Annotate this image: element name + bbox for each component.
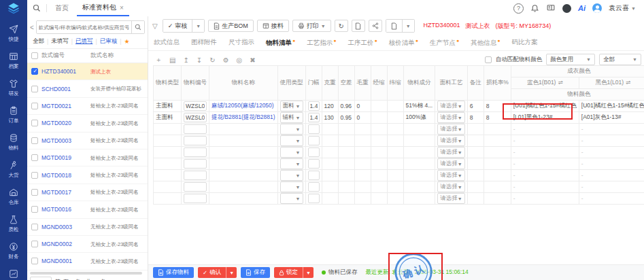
sidebar-item-qc[interactable]: 质检 — [8, 215, 19, 233]
tab-standard-package[interactable]: 标准资料包 × — [77, 0, 129, 16]
confirm-dropdown-icon[interactable]: ▼ — [226, 267, 237, 278]
refresh-icon[interactable]: ↻ — [335, 20, 348, 32]
usage-type-select[interactable]: ▼ — [280, 147, 303, 158]
fabric-craft-select[interactable]: 请选择▼ — [437, 135, 464, 146]
style-row[interactable]: MGTD0020 短袖女上衣-23级同名 — [27, 115, 148, 132]
document-dropdown-icon[interactable]: ▼ — [402, 20, 414, 32]
fabric-craft-select[interactable]: 请选择▼ — [437, 147, 464, 158]
sidebar-item-orders[interactable]: 订单 — [8, 106, 19, 124]
usage-type-select[interactable]: ▼ — [280, 135, 303, 146]
material-code-input[interactable] — [184, 171, 207, 180]
save-button[interactable]: 保存 — [241, 267, 270, 278]
theme-icon[interactable] — [562, 4, 571, 13]
download-icon[interactable]: ↧ — [197, 56, 202, 64]
usage-type-select[interactable]: 辅料▼ — [280, 112, 303, 123]
fabric-craft-select[interactable]: 请选择▼ — [437, 193, 464, 204]
sidebar-item-rnd[interactable]: 研发 — [8, 79, 19, 97]
sidebar-item-quick[interactable]: 快捷 — [8, 24, 19, 43]
tab-material-list[interactable]: 物料清单● — [266, 38, 295, 48]
style-row[interactable]: MGTD0021 短袖女上衣-23级同名 — [27, 98, 148, 115]
width-input[interactable] — [308, 147, 320, 157]
page-size-select[interactable]: 20 ▼ — [30, 277, 52, 280]
usage-type-select[interactable]: ▼ — [280, 181, 303, 192]
style-search-input[interactable] — [37, 21, 131, 33]
global-search-icon[interactable] — [33, 4, 41, 12]
usage-type-select[interactable]: ▼ — [280, 124, 303, 135]
favorite-star-icon[interactable]: ★ — [124, 38, 129, 45]
bom-empty-row[interactable]: ▼ 请选择▼ -- -- — [154, 170, 644, 181]
sidebar-item-bulk[interactable]: 大货 — [8, 160, 19, 179]
material-color-cell[interactable]: [A01]灰色1-13# — [579, 112, 644, 124]
width-input[interactable] — [308, 136, 320, 145]
material-color-cell[interactable]: [U01]橘红色1-15#橘红色 — [579, 101, 644, 112]
bom-empty-row[interactable]: ▼ 请选择▼ -- -- — [154, 135, 644, 147]
tab-home[interactable]: 首页 — [55, 3, 69, 13]
sidebar-item-finance[interactable]: 财务 — [8, 242, 19, 260]
style-row[interactable]: SCHD0001 女装开襟中袖印花罩衫 — [27, 80, 148, 97]
sidebar-item-materials[interactable]: 物料 — [8, 133, 19, 152]
sidebar-item-reports[interactable]: 报表 — [8, 269, 19, 280]
row-checkbox[interactable] — [31, 137, 38, 144]
usage-type-select[interactable]: ▼ — [280, 170, 303, 181]
audit-dropdown-icon[interactable]: ▼ — [192, 20, 204, 32]
receive-material-button[interactable]: 接料 — [257, 20, 289, 32]
fabric-craft-select[interactable]: 请选择▼ — [437, 158, 464, 169]
material-code-input[interactable] — [184, 147, 207, 157]
material-code-input[interactable] — [184, 113, 207, 122]
style-row[interactable]: MGND0003 无袖女上衣-23级同名 — [27, 219, 148, 236]
filter-filled[interactable]: 已填写 — [75, 37, 93, 46]
style-row[interactable]: MGTD0017 短袖女上衣-23级同名 — [27, 184, 148, 201]
production-bom-button[interactable]: 生产BOM — [208, 20, 254, 32]
add-row-icon[interactable]: ＋ — [155, 55, 162, 65]
row-checkbox[interactable] — [31, 120, 38, 126]
material-name-link[interactable]: 提花/B2881(提花/B2881) — [211, 113, 275, 120]
search-icon[interactable] — [131, 21, 144, 33]
row-checkbox[interactable] — [31, 172, 38, 179]
row-checkbox[interactable] — [31, 206, 38, 213]
width-input[interactable] — [308, 101, 320, 111]
select-all-checkbox[interactable] — [31, 52, 38, 59]
material-code-input[interactable] — [184, 101, 207, 111]
usage-type-select[interactable]: ▼ — [280, 158, 303, 169]
swap-color-icon[interactable]: ⇌ — [626, 79, 630, 86]
tab-style-info[interactable]: 款式信息 — [154, 38, 180, 47]
bom-empty-row[interactable]: ▼ 请选择▼ -- -- — [154, 147, 644, 158]
usage-type-select[interactable]: ▼ — [280, 193, 303, 204]
style-row[interactable]: MGTD0019 短袖女上衣-23级同名 — [27, 150, 148, 167]
copy-row-icon[interactable]: ▤ — [169, 56, 175, 64]
fabric-craft-select[interactable]: 请选择▼ — [437, 112, 464, 123]
bom-empty-row[interactable]: ▼ 请选择▼ -- -- — [154, 158, 644, 170]
filter-funnel-icon[interactable]: ▽ — [152, 22, 158, 30]
auto-match-checkbox[interactable] — [485, 56, 492, 63]
row-checkbox[interactable] — [31, 68, 38, 75]
row-checkbox[interactable] — [31, 86, 38, 92]
style-row[interactable]: MGTD0018 短袖女上衣-23级同名 — [27, 167, 148, 183]
material-code-input[interactable] — [184, 182, 207, 192]
bom-empty-row[interactable]: ▼ 请选择▼ -- -- — [154, 193, 644, 205]
locate-icon[interactable]: ◎ — [237, 56, 243, 64]
tab-craft-spec[interactable]: 工艺指示● — [307, 38, 336, 48]
width-input[interactable] — [308, 113, 320, 122]
bom-row[interactable]: 主面料 麻绒/12050(麻绒/12050) 面料▼ 120 0.96 0 51… — [154, 101, 644, 112]
usage-type-select[interactable]: 面料▼ — [280, 101, 303, 111]
tab-costing-list[interactable]: 核价清单● — [389, 38, 418, 48]
help-icon[interactable]: ? — [513, 3, 524, 14]
width-input[interactable] — [308, 159, 320, 169]
fabric-craft-select[interactable]: 请选择▼ — [437, 170, 464, 181]
sidebar-item-archives[interactable]: 档案 — [8, 52, 19, 70]
confirm-button[interactable]: ✓确认 — [198, 267, 226, 278]
sidebar-item-warehouse[interactable]: 仓库 — [8, 188, 19, 206]
settings-gear-icon[interactable]: ⚙ — [223, 56, 229, 64]
app-logo[interactable] — [0, 0, 27, 16]
row-checkbox[interactable] — [31, 189, 38, 196]
filter-all[interactable]: 全部 — [33, 37, 44, 46]
row-checkbox[interactable] — [31, 154, 38, 161]
row-checkbox[interactable] — [31, 103, 38, 109]
garment-color-1-header[interactable]: 蓝色1(B01)⇌ — [511, 77, 579, 89]
bom-row[interactable]: 主面料 提花/B2881(提花/B2881) 辅料▼ 130 0.95 0 10… — [154, 112, 644, 124]
width-input[interactable] — [308, 171, 320, 180]
swap-color-icon[interactable]: ⇌ — [558, 79, 562, 86]
scope-select[interactable]: 全部 ▼ — [599, 54, 641, 65]
material-code-input[interactable] — [184, 194, 207, 203]
style-row[interactable]: MGND0002 无袖女上衣-23级同名 — [27, 236, 148, 253]
